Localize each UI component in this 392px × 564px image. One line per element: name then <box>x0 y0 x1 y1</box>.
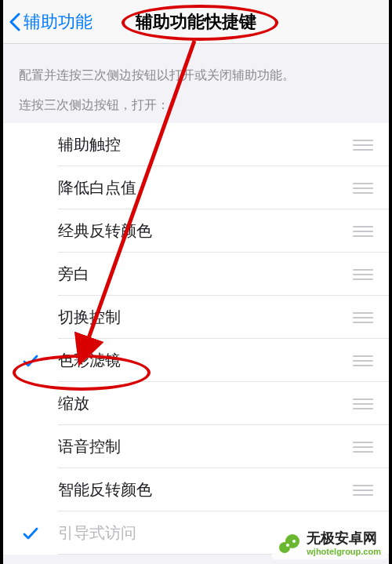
checkmark-icon <box>3 525 58 542</box>
list-item[interactable]: 色彩滤镜 <box>3 339 389 382</box>
section-description: 配置并连按三次侧边按钮以打开或关闭辅助功能。 <box>3 44 389 85</box>
svg-point-3 <box>286 544 289 547</box>
list-item[interactable]: 切换控制 <box>3 296 389 339</box>
list-item-label: 经典反转颜色 <box>58 220 353 242</box>
list-item-label: 语音控制 <box>58 436 353 457</box>
shortcut-list: 辅助触控降低白点值经典反转颜色旁白切换控制色彩滤镜缩放语音控制智能反转颜色引导式… <box>3 123 389 555</box>
list-item[interactable]: 旁白 <box>3 253 389 296</box>
chevron-left-icon <box>9 13 20 31</box>
section-subhead: 连按三次侧边按钮，打开： <box>3 85 389 123</box>
reorder-handle-icon[interactable] <box>353 312 389 323</box>
watermark: 无极安卓网 wjhotelgroup.com <box>272 528 387 559</box>
list-item[interactable]: 辅助触控 <box>3 123 389 166</box>
reorder-handle-icon[interactable] <box>353 226 389 237</box>
back-label: 辅助功能 <box>24 10 93 34</box>
back-button[interactable]: 辅助功能 <box>3 10 93 34</box>
reorder-handle-icon[interactable] <box>353 269 389 280</box>
list-item-label: 缩放 <box>58 393 353 414</box>
list-item[interactable]: 缩放 <box>3 382 389 425</box>
reorder-handle-icon[interactable] <box>353 183 389 194</box>
nav-bar: 辅助功能 辅助功能快捷键 <box>3 0 389 44</box>
reorder-handle-icon[interactable] <box>353 485 389 496</box>
reorder-handle-icon[interactable] <box>353 140 389 151</box>
list-item-label: 辅助触控 <box>58 134 353 155</box>
watermark-text-cn: 无极安卓网 <box>307 531 381 547</box>
list-item[interactable]: 经典反转颜色 <box>3 209 389 253</box>
svg-point-4 <box>292 540 296 543</box>
list-item-label: 智能反转颜色 <box>58 479 353 500</box>
list-item-label: 色彩滤镜 <box>58 350 353 371</box>
list-item-label: 降低白点值 <box>58 177 353 198</box>
watermark-logo-icon <box>278 532 302 555</box>
list-item-label: 旁白 <box>58 264 353 285</box>
list-item[interactable]: 语音控制 <box>3 425 389 468</box>
list-item[interactable]: 智能反转颜色 <box>3 468 389 511</box>
list-item-label: 切换控制 <box>58 307 353 328</box>
reorder-handle-icon[interactable] <box>353 398 389 409</box>
list-item[interactable]: 降低白点值 <box>3 166 389 209</box>
watermark-text-en: wjhotelgroup.com <box>307 547 381 556</box>
reorder-handle-icon[interactable] <box>353 355 389 366</box>
reorder-handle-icon[interactable] <box>353 442 389 453</box>
checkmark-icon <box>3 352 58 369</box>
